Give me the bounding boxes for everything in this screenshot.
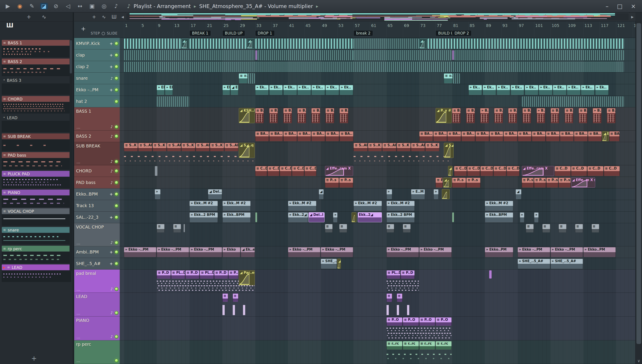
mute-led[interactable] [115, 359, 118, 362]
clip[interactable] [248, 73, 255, 84]
clip[interactable]: ≡ B.. [579, 108, 587, 123]
mute-led[interactable] [115, 181, 118, 184]
clip[interactable]: ≡ BA.. [447, 131, 461, 141]
picker-chain-icon[interactable]: ∿ [42, 14, 46, 20]
clip[interactable]: ≡ PL..D [200, 270, 214, 279]
clip[interactable]: » [534, 212, 538, 222]
minimize-button[interactable]: – [606, 3, 608, 10]
maximize-button[interactable]: □ [617, 3, 622, 10]
clip[interactable]: ≡ [173, 224, 181, 232]
mute-led[interactable] [115, 160, 118, 164]
clip[interactable]: » Ek.. [325, 85, 339, 95]
clip[interactable]: » [434, 189, 438, 199]
clip[interactable]: ≡ [157, 224, 165, 232]
picker-item-rp-perc[interactable]: ≡rp perc [2, 246, 71, 263]
clip[interactable]: » Ekk..M #2 [387, 201, 415, 211]
clip[interactable]: ≡ L.. [223, 294, 228, 302]
clip[interactable]: ≡ [559, 224, 566, 232]
clip[interactable]: » Ekk..2◢ [288, 212, 308, 222]
clip[interactable]: ≡ P..O [387, 317, 403, 326]
clip[interactable]: ◢ Effe..ram X [325, 166, 353, 176]
picker-item-bass-1[interactable]: ≡BASS 1 [2, 40, 71, 57]
clip[interactable]: ≡ B.. [565, 108, 573, 123]
clip[interactable]: ≡ BA.. [560, 131, 573, 141]
clip[interactable] [452, 212, 454, 222]
clip[interactable]: ≡ BA.. [532, 131, 545, 141]
track-header-kmvip-kick[interactable]: KMVIP..Kick+ [74, 38, 120, 50]
clip[interactable]: ≡ L.. [233, 294, 239, 302]
clip[interactable]: » Ekko –..PM [551, 247, 583, 257]
clip[interactable]: ≡ C..D [292, 166, 304, 176]
clip[interactable] [454, 50, 624, 60]
picker-item-pad-bass[interactable]: ≡PAD bass [2, 152, 71, 170]
clip[interactable]: » SHE_..5_A# [551, 259, 583, 269]
clip[interactable]: ≡ B.. [283, 108, 292, 123]
clip[interactable]: ≡ BA.. [489, 131, 503, 141]
clip[interactable]: » Ek.. [497, 85, 510, 95]
clip[interactable]: ≡ B.. [325, 108, 334, 123]
timeline-marker[interactable]: BUILD UP [223, 30, 245, 36]
clip[interactable]: ≡ S..AK [354, 143, 367, 151]
audition-icon[interactable]: ♪ [112, 3, 120, 9]
picker-item-piano[interactable]: ≡PIANO [2, 190, 71, 207]
clip[interactable] [428, 38, 624, 49]
step-slide-toggle-icon[interactable] [102, 32, 105, 35]
mute-led[interactable] [115, 125, 118, 129]
clip[interactable]: » Ek.. [469, 85, 482, 95]
clip[interactable]: ≡ P..D [186, 270, 199, 279]
picker-move-icon[interactable]: + [27, 14, 31, 20]
clip[interactable]: ◢ Par..eq [239, 270, 255, 285]
clip[interactable]: » Ek.. [581, 85, 594, 95]
picker-item-lead[interactable]: ▶≡LEAD [2, 264, 71, 282]
clip[interactable]: ≡ [339, 224, 347, 232]
clip[interactable]: » Ekko –..PM [387, 247, 419, 257]
mute-led[interactable] [115, 65, 118, 68]
clip[interactable]: » Ek.. [269, 85, 283, 95]
clip[interactable]: » Ek.. [525, 85, 538, 95]
clip[interactable]: » Ekk..BPM [223, 212, 251, 222]
clip[interactable]: » Ek.. [165, 85, 173, 95]
clip[interactable] [184, 224, 185, 232]
track-header-ambi-bpm[interactable]: Ambi..BPM+ [74, 246, 120, 258]
clip[interactable]: » Ekko..PM [485, 247, 513, 257]
clip[interactable]: ≡ BA.. [503, 131, 517, 141]
note-icon[interactable]: ♪ [110, 76, 113, 81]
clip[interactable]: ≡ r..rc [403, 341, 419, 350]
note-icon[interactable]: ♪ [110, 287, 113, 291]
picker-item-sub-break[interactable]: ≡SUB BREAK [2, 134, 71, 151]
clip[interactable]: ≡ S..AK [225, 143, 238, 151]
clip[interactable]: ≡ P..s [452, 178, 466, 188]
mute-led[interactable] [115, 335, 118, 338]
clip[interactable]: ≡ BA.. [419, 131, 433, 141]
clip[interactable]: ◢ [337, 259, 341, 269]
clip[interactable] [155, 166, 158, 176]
track-header-vocal-chop[interactable]: VOCAL CHOP…♪ [74, 223, 120, 246]
clip[interactable]: ≡ S..AK [167, 143, 181, 151]
clip[interactable] [442, 189, 450, 199]
clip[interactable]: ≡ B.. [297, 108, 306, 123]
clip[interactable]: » Ek.. [297, 85, 311, 95]
clip[interactable]: » Ekk..M #2 [354, 201, 382, 211]
clip[interactable]: » Ekko –..PM [518, 247, 550, 257]
mute-led[interactable] [115, 192, 118, 196]
clip[interactable]: » Ekk..M #2 [485, 201, 513, 211]
track-header-chord[interactable]: CHORD♪ [74, 165, 120, 177]
clip[interactable]: ≡ [542, 224, 550, 232]
clip[interactable]: » Ekk..M #2 [223, 201, 251, 211]
clip[interactable] [258, 50, 353, 60]
track-header-ekko-bpm[interactable]: Ekko..BPM+ [74, 188, 120, 200]
note-icon[interactable]: ♪ [110, 240, 113, 245]
clip[interactable]: » Ekko –..PM [124, 247, 156, 257]
clip[interactable] [124, 62, 624, 72]
clip[interactable]: ≡ C..D [454, 166, 467, 176]
clip[interactable]: » Ekko –..PM [190, 247, 222, 257]
clip[interactable]: ◢ Effe..ram X [522, 166, 554, 176]
swap-icon[interactable]: ↔ [76, 3, 84, 9]
picker-add-button[interactable]: + [31, 354, 37, 362]
timeline-marker[interactable]: DROP 2 [452, 30, 471, 36]
clip[interactable]: ≡ P..s [466, 178, 480, 188]
track-header-snare[interactable]: snare♪ [74, 72, 120, 84]
clip[interactable]: ≡ [592, 224, 599, 232]
clip[interactable]: » Ekk..2 BPM [387, 212, 415, 222]
clip[interactable]: ≡ [325, 224, 333, 232]
